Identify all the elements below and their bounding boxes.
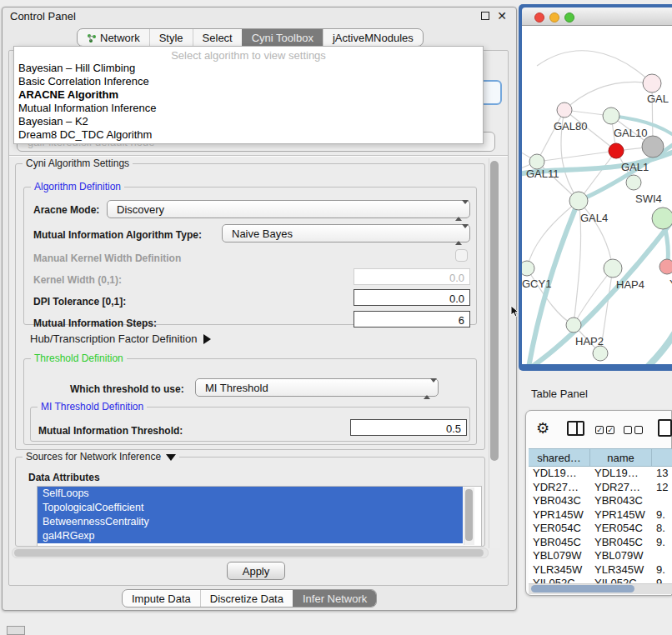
algorithm-dropdown-list[interactable]: Select algorithm to view settings Bayesi… xyxy=(13,46,484,144)
table-row[interactable]: YDL19…YDL19…13 xyxy=(529,467,672,481)
tab-jactivemnodules[interactable]: jActiveMNodules xyxy=(323,29,423,46)
table-row[interactable]: YDR27…YDR27…12 xyxy=(529,481,672,495)
table-cell[interactable]: YBR045C xyxy=(529,536,590,550)
network-node[interactable] xyxy=(557,102,572,118)
algorithm-option[interactable]: Bayesian – Hill Climbing xyxy=(14,62,483,75)
network-node[interactable] xyxy=(603,108,619,124)
mi-threshold-input[interactable]: 0.5 xyxy=(350,419,467,436)
table-settings-gear-icon[interactable]: ⚙ xyxy=(536,419,549,438)
deselect-all-checkbox-icon[interactable] xyxy=(624,426,632,434)
document-icon[interactable] xyxy=(658,419,672,437)
column-header-name[interactable]: name xyxy=(590,449,652,466)
table-cell[interactable]: YBR045C xyxy=(590,536,652,550)
data-attribute-item[interactable]: gal4RGexp xyxy=(38,529,463,543)
algorithm-option[interactable]: Basic Correlation Inference xyxy=(14,75,483,88)
close-traffic-light-icon[interactable] xyxy=(534,12,544,22)
table-cell[interactable]: YDR27… xyxy=(590,481,652,495)
aracne-mode-select[interactable]: Discovery xyxy=(107,200,470,218)
algorithm-option[interactable]: ARACNE Algorithm xyxy=(14,88,483,102)
table-row[interactable]: YLR345WYLR345W9. xyxy=(529,563,672,578)
tab-style[interactable]: Style xyxy=(149,29,193,46)
tab-impute-data[interactable]: Impute Data xyxy=(123,590,200,607)
table-cell[interactable]: YLR345W xyxy=(529,563,590,578)
float-window-button[interactable] xyxy=(481,10,493,22)
table-cell[interactable]: YBL079W xyxy=(590,549,652,563)
hub-tf-definition-expander[interactable]: Hub/Transcription Factor Definition xyxy=(30,332,211,345)
zoom-traffic-light-icon[interactable] xyxy=(564,12,574,22)
table-cell[interactable]: 9. xyxy=(652,577,672,583)
table-row[interactable]: YBR043CYBR043C xyxy=(529,494,672,508)
table-cell[interactable]: 12 xyxy=(652,481,672,495)
network-node[interactable] xyxy=(652,208,672,229)
deselect-all-checkbox2-icon[interactable] xyxy=(634,426,643,434)
apply-button[interactable]: Apply xyxy=(227,562,285,580)
algorithm-option[interactable]: Mutual Information Inference xyxy=(14,102,483,115)
table-horizontal-scrollbar-thumb[interactable] xyxy=(531,585,634,592)
manual-kernel-width-checkbox[interactable] xyxy=(455,249,468,262)
column-header-cut[interactable] xyxy=(652,449,672,466)
column-header-shared-name[interactable]: shared… xyxy=(529,449,590,466)
dpi-tolerance-input[interactable]: 0.0 xyxy=(354,289,470,306)
settings-vertical-scrollbar-thumb[interactable] xyxy=(490,161,499,461)
data-attributes-list[interactable]: SelfLoopsTopologicalCoefficientBetweenne… xyxy=(37,486,482,547)
algorithm-option[interactable]: Bayesian – K2 xyxy=(14,115,483,128)
network-node[interactable] xyxy=(659,259,672,274)
table-cell[interactable]: YER054C xyxy=(590,522,652,536)
table-cell[interactable]: 8. xyxy=(652,522,672,536)
network-node[interactable] xyxy=(593,346,608,361)
minimize-traffic-light-icon[interactable] xyxy=(549,12,559,22)
which-threshold-select[interactable]: MI Threshold xyxy=(195,378,439,397)
column-layout-icon[interactable] xyxy=(567,421,584,436)
table-row[interactable]: YBR045CYBR045C9. xyxy=(529,536,672,550)
table-cell[interactable] xyxy=(652,494,672,508)
table-cell[interactable]: YER054C xyxy=(529,522,590,536)
table-body[interactable]: YDL19…YDL19…13YDR27…YDR27…12YBR043CYBR04… xyxy=(529,467,672,583)
table-cell[interactable]: 9. xyxy=(652,536,672,550)
network-window-titlebar[interactable] xyxy=(522,8,672,26)
close-panel-button[interactable]: ✕ xyxy=(496,10,508,22)
network-node[interactable] xyxy=(522,261,534,276)
table-cell[interactable]: YDL19… xyxy=(529,467,590,481)
table-cell[interactable]: 13 xyxy=(652,467,672,481)
mi-steps-input[interactable]: 6 xyxy=(354,311,470,328)
table-row[interactable]: YIL052CYIL052C9. xyxy=(529,577,672,583)
table-header-row[interactable]: shared… name xyxy=(529,448,672,467)
table-cell[interactable]: 9. xyxy=(652,508,672,522)
table-cell[interactable]: YBR043C xyxy=(590,494,652,508)
data-attribute-item[interactable]: SelfLoops xyxy=(38,487,463,501)
network-node[interactable] xyxy=(626,175,641,190)
settings-horizontal-scrollbar-thumb[interactable] xyxy=(14,549,484,557)
table-row[interactable]: YPR145WYPR145W9. xyxy=(529,508,672,522)
table-cell[interactable]: YBL079W xyxy=(529,549,590,563)
table-cell[interactable]: YLR345W xyxy=(590,563,652,578)
network-node[interactable] xyxy=(566,318,581,332)
attributes-list-scrollbar-thumb[interactable] xyxy=(465,489,473,541)
data-attribute-item[interactable]: TopologicalCoefficient xyxy=(38,501,463,515)
table-row[interactable]: YBL079WYBL079W xyxy=(529,549,672,563)
table-cell[interactable]: YIL052C xyxy=(529,577,590,583)
data-attribute-item[interactable]: BetweennessCentrality xyxy=(38,515,463,529)
table-cell[interactable]: YPR145W xyxy=(590,508,652,522)
table-cell[interactable]: YIL052C xyxy=(590,577,652,583)
table-cell[interactable]: YPR145W xyxy=(529,508,590,522)
mi-algorithm-type-select[interactable]: Naive Bayes xyxy=(222,224,470,242)
select-all-checkbox-icon[interactable]: ✓ xyxy=(595,426,604,434)
tab-discretize-data[interactable]: Discretize Data xyxy=(200,590,293,607)
kernel-width-input[interactable]: 0.0 xyxy=(354,268,470,285)
network-node[interactable] xyxy=(643,74,661,92)
table-cell[interactable]: YDR27… xyxy=(529,481,590,495)
table-cell[interactable] xyxy=(652,549,672,563)
algorithm-option[interactable]: Dream8 DC_TDC Algorithm xyxy=(14,128,483,142)
table-cell[interactable]: YDL19… xyxy=(590,467,652,481)
collapsed-panel-button[interactable] xyxy=(7,626,25,635)
tab-infer-network[interactable]: Infer Network xyxy=(293,590,376,607)
table-cell[interactable]: YBR043C xyxy=(529,494,590,508)
network-node[interactable] xyxy=(609,143,624,158)
tab-network[interactable]: Network xyxy=(78,29,149,46)
tab-select[interactable]: Select xyxy=(193,29,242,46)
network-node[interactable] xyxy=(569,192,588,210)
network-node[interactable] xyxy=(604,259,622,278)
select-all-checkbox2-icon[interactable]: ✓ xyxy=(606,426,614,434)
table-row[interactable]: YER054CYER054C8. xyxy=(529,522,672,536)
network-view-canvas[interactable]: GALGAL80GAL10GAL1GAL11SWI4GAL4GCY1HAP4YH… xyxy=(522,26,672,364)
